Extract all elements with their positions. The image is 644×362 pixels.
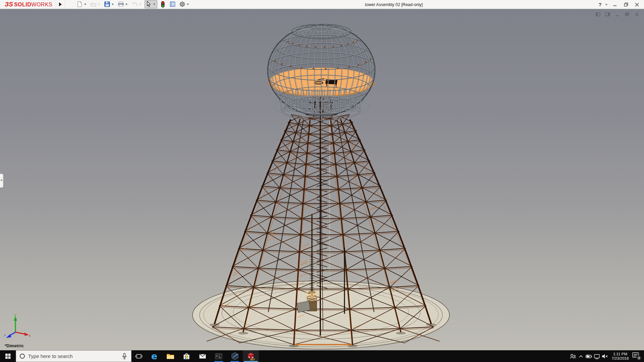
chevron-up-icon bbox=[578, 353, 584, 359]
save-button[interactable] bbox=[103, 1, 115, 8]
triad-y-label: y bbox=[14, 313, 16, 317]
doc-pane-left-icon[interactable] bbox=[596, 12, 600, 17]
action-center-button[interactable]: 3 bbox=[631, 350, 643, 362]
triad-y-arrow bbox=[14, 316, 17, 321]
people-icon bbox=[569, 353, 577, 360]
tower-assembly bbox=[193, 24, 449, 349]
main-toolbar bbox=[76, 0, 192, 9]
triad-x-arrow bbox=[24, 333, 29, 336]
file-properties-button[interactable] bbox=[169, 1, 177, 8]
new-document-icon bbox=[76, 1, 83, 8]
volume-muted-icon bbox=[601, 353, 609, 360]
svg-text:S: S bbox=[249, 356, 250, 358]
options-gear-icon bbox=[179, 1, 186, 8]
print-icon bbox=[118, 1, 124, 8]
command-prompt-icon: C:\ bbox=[215, 352, 223, 360]
doc-pane-right-icon[interactable] bbox=[605, 12, 610, 17]
open-button bbox=[90, 1, 102, 8]
rebuild-traffic-light-button[interactable] bbox=[159, 1, 167, 8]
menu-flyout-arrow[interactable] bbox=[56, 0, 65, 9]
graphics-area[interactable]: y x z *Dimetric bbox=[0, 9, 644, 350]
close-button[interactable] bbox=[633, 1, 641, 8]
taskbar-app-mail[interactable] bbox=[195, 350, 211, 362]
save-dropdown-icon[interactable] bbox=[112, 4, 114, 5]
svg-text:2017: 2017 bbox=[250, 358, 255, 360]
restore-button[interactable] bbox=[622, 1, 630, 8]
minimize-button[interactable] bbox=[611, 1, 619, 8]
tray-time: 1:11 PM bbox=[610, 352, 631, 356]
select-dropdown-icon[interactable] bbox=[153, 4, 155, 5]
hexagon-app-icon bbox=[231, 352, 239, 360]
windows-taskbar: Type here to search eC:\SW2017 bbox=[0, 350, 644, 362]
taskbar-app-file-explorer[interactable] bbox=[162, 350, 178, 362]
search-input[interactable]: Type here to search bbox=[16, 350, 131, 362]
network-icon bbox=[593, 353, 601, 360]
options-gear-button[interactable] bbox=[178, 1, 191, 8]
select-button[interactable] bbox=[145, 0, 157, 8]
start-button[interactable] bbox=[0, 350, 16, 362]
doc-minimize-icon[interactable] bbox=[615, 12, 620, 17]
volume-button[interactable] bbox=[601, 350, 609, 362]
restore-icon bbox=[624, 2, 628, 7]
3d-model-tower[interactable] bbox=[0, 9, 644, 350]
battery-icon bbox=[585, 353, 593, 360]
options-gear-dropdown-icon[interactable] bbox=[187, 4, 189, 5]
print-button[interactable] bbox=[117, 1, 129, 8]
solidworks-logo-mark: ЗS bbox=[5, 1, 13, 8]
windows-logo-icon bbox=[5, 353, 11, 359]
doc-close-icon[interactable] bbox=[635, 12, 639, 17]
undo-icon bbox=[131, 1, 138, 8]
help-button[interactable]: ? bbox=[596, 1, 604, 8]
task-view-button[interactable] bbox=[131, 350, 146, 362]
microsoft-store-icon bbox=[182, 352, 191, 360]
file-properties-icon bbox=[169, 1, 176, 8]
document-window-controls bbox=[596, 12, 639, 17]
search-placeholder: Type here to search bbox=[28, 353, 121, 359]
taskbar-app-hexagon-app[interactable] bbox=[227, 350, 243, 362]
tray-date: 7/23/2018 bbox=[610, 356, 631, 361]
print-dropdown-icon[interactable] bbox=[125, 4, 127, 5]
save-icon bbox=[104, 1, 111, 8]
panel-flyout-tab[interactable] bbox=[0, 174, 3, 188]
rebuild-traffic-light-icon bbox=[160, 1, 166, 8]
file-explorer-icon bbox=[166, 352, 175, 360]
people-button[interactable] bbox=[569, 350, 577, 362]
solidworks-2017-icon: SW2017 bbox=[247, 352, 255, 361]
edge-glyph: e bbox=[151, 351, 157, 361]
new-document-dropdown-icon[interactable] bbox=[84, 4, 86, 5]
task-view-icon bbox=[135, 353, 143, 359]
taskbar-app-edge[interactable]: e bbox=[146, 350, 162, 362]
minimize-icon bbox=[613, 3, 617, 7]
undo-dropdown-icon bbox=[139, 4, 141, 5]
window-title: tower Assembly 02 [Read-only] bbox=[365, 0, 423, 9]
network-button[interactable] bbox=[593, 350, 601, 362]
flyout-triangle-icon bbox=[59, 2, 62, 6]
close-icon bbox=[635, 3, 639, 7]
taskbar-app-microsoft-store[interactable] bbox=[178, 350, 195, 362]
cortana-icon bbox=[20, 354, 25, 359]
triad-z-label: z bbox=[4, 334, 6, 337]
view-orientation-label: *Dimetric bbox=[5, 343, 24, 348]
select-icon bbox=[146, 1, 152, 8]
tray-clock[interactable]: 1:11 PM 7/23/2018 bbox=[609, 352, 631, 361]
orientation-triad: y x z bbox=[3, 313, 32, 341]
battery-button[interactable] bbox=[585, 350, 593, 362]
svg-text:C:\: C:\ bbox=[216, 355, 220, 357]
triad-x-axis bbox=[15, 332, 25, 334]
taskbar-app-solidworks-2017[interactable]: SW2017 bbox=[243, 350, 259, 362]
doc-restore-icon[interactable] bbox=[625, 12, 630, 17]
taskbar-app-command-prompt[interactable]: C:\ bbox=[211, 350, 227, 362]
new-document-button[interactable] bbox=[76, 1, 88, 8]
action-center-icon: 3 bbox=[632, 352, 642, 361]
taskbar-apps: eC:\SW2017 bbox=[146, 350, 259, 362]
open-dropdown-icon bbox=[98, 4, 100, 5]
tray-overflow-button[interactable] bbox=[577, 350, 585, 362]
microphone-icon[interactable] bbox=[121, 352, 128, 360]
window-controls: ? bbox=[596, 0, 641, 9]
titlebar: ЗS SOLIDWORKS tower Assembly 02 [Read-on… bbox=[0, 0, 644, 9]
help-dropdown-icon[interactable] bbox=[605, 4, 607, 5]
notification-count: 3 bbox=[638, 356, 640, 360]
triad-x-label: x bbox=[29, 334, 31, 338]
mail-icon bbox=[199, 352, 207, 360]
solidworks-logo: ЗS SOLIDWORKS bbox=[0, 1, 56, 8]
